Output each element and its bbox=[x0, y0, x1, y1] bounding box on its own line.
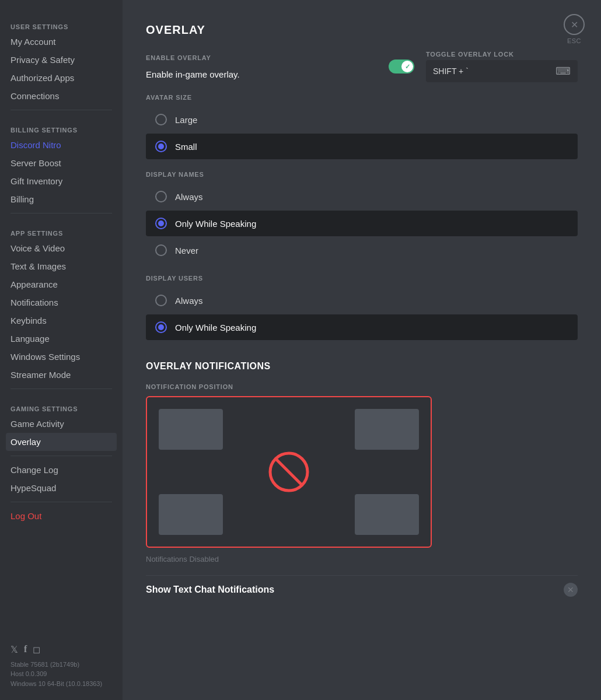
main-content: ✕ ESC OVERLAY ENABLE OVERLAY Enable in-g… bbox=[123, 0, 601, 700]
page-title: OVERLAY bbox=[146, 23, 578, 37]
toggle-lock-section: TOGGLE OVERLAY LOCK SHIFT + ` ⌨ bbox=[426, 51, 578, 82]
notif-corner-bottom-right[interactable] bbox=[355, 494, 419, 535]
display-users-options: Always Only While Speaking bbox=[146, 288, 578, 340]
sidebar-item-text-images[interactable]: Text & Images bbox=[6, 257, 117, 275]
enable-overlay-row: ENABLE OVERLAY Enable in-game overlay. T… bbox=[146, 51, 578, 82]
sidebar-section-gaming-settings: GAMING SETTINGS Game Activity Overlay bbox=[6, 394, 117, 451]
sidebar-section-user-settings: USER SETTINGS My Account Privacy & Safet… bbox=[6, 12, 117, 105]
overlay-notifications-title: OVERLAY NOTIFICATIONS bbox=[146, 361, 578, 372]
notif-corner-bottom-left[interactable] bbox=[159, 494, 223, 535]
sidebar-item-notifications[interactable]: Notifications bbox=[6, 293, 117, 312]
sidebar-item-appearance[interactable]: Appearance bbox=[6, 275, 117, 293]
avatar-size-small[interactable]: Small bbox=[146, 134, 578, 159]
show-text-chat-row: Show Text Chat Notifications ✕ bbox=[146, 575, 578, 604]
facebook-icon[interactable]: f bbox=[24, 644, 27, 655]
sidebar-divider-4 bbox=[11, 456, 112, 456]
toggle-lock-input[interactable]: SHIFT + ` ⌨ bbox=[426, 60, 578, 82]
sidebar-item-windows-settings[interactable]: Windows Settings bbox=[6, 348, 117, 366]
avatar-size-large-label: Large bbox=[175, 115, 197, 125]
display-names-speaking[interactable]: Only While Speaking bbox=[146, 211, 578, 236]
display-users-always-label: Always bbox=[175, 296, 203, 306]
twitter-icon[interactable]: 𝕏 bbox=[11, 644, 18, 655]
display-names-always-radio bbox=[155, 191, 167, 202]
sidebar-section-billing-settings: BILLING SETTINGS Discord Nitro Server Bo… bbox=[6, 115, 117, 208]
show-text-chat-dismiss[interactable]: ✕ bbox=[564, 583, 578, 597]
display-users-always[interactable]: Always bbox=[146, 288, 578, 313]
notifications-disabled-text: Notifications Disabled bbox=[146, 555, 578, 564]
avatar-size-section-label: AVATAR SIZE bbox=[146, 94, 578, 101]
notification-position-label: NOTIFICATION POSITION bbox=[146, 383, 578, 390]
display-names-speaking-label: Only While Speaking bbox=[175, 219, 256, 229]
sidebar-item-gift-inventory[interactable]: Gift Inventory bbox=[6, 172, 117, 190]
sidebar-item-streamer-mode[interactable]: Streamer Mode bbox=[6, 366, 117, 384]
keyboard-icon: ⌨ bbox=[555, 65, 571, 78]
esc-circle[interactable]: ✕ bbox=[564, 14, 585, 35]
avatar-size-large-radio bbox=[155, 114, 167, 125]
display-names-section: DISPLAY NAMES Always Only While Speaking… bbox=[146, 171, 578, 263]
sidebar-divider-3 bbox=[11, 388, 112, 389]
sidebar-section-label-app-settings: APP SETTINGS bbox=[6, 224, 117, 239]
display-users-always-radio bbox=[155, 295, 167, 306]
enable-overlay-label: Enable in-game overlay. bbox=[146, 69, 240, 79]
enable-overlay-section-label: ENABLE OVERLAY bbox=[146, 54, 240, 61]
sidebar-item-connections[interactable]: Connections bbox=[6, 87, 117, 105]
toggle-lock-label: TOGGLE OVERLAY LOCK bbox=[426, 51, 578, 58]
show-text-chat-label: Show Text Chat Notifications bbox=[146, 584, 274, 595]
close-icon: ✕ bbox=[571, 19, 578, 30]
notifications-disabled-icon bbox=[268, 452, 309, 492]
display-users-section-label: DISPLAY USERS bbox=[146, 275, 578, 282]
sidebar-section-label-gaming-settings: GAMING SETTINGS bbox=[6, 400, 117, 415]
sidebar-item-discord-nitro[interactable]: Discord Nitro bbox=[6, 136, 117, 154]
notif-corner-top-right[interactable] bbox=[355, 409, 419, 450]
display-users-speaking-radio bbox=[155, 321, 167, 333]
display-names-speaking-radio bbox=[155, 218, 167, 229]
avatar-size-small-label: Small bbox=[175, 142, 197, 152]
avatar-size-options: Large Small bbox=[146, 107, 578, 159]
sidebar-item-language[interactable]: Language bbox=[6, 330, 117, 348]
display-users-speaking-label: Only While Speaking bbox=[175, 323, 256, 332]
display-names-options: Always Only While Speaking Never bbox=[146, 184, 578, 263]
toggle-lock-value: SHIFT + ` bbox=[433, 66, 469, 76]
sidebar-item-change-log[interactable]: Change Log bbox=[6, 461, 117, 479]
display-names-never[interactable]: Never bbox=[146, 237, 578, 263]
sidebar-item-hypesquad[interactable]: HypeSquad bbox=[6, 479, 117, 497]
sidebar-divider-5 bbox=[11, 502, 112, 502]
sidebar-item-billing[interactable]: Billing bbox=[6, 190, 117, 208]
instagram-icon[interactable]: ◻ bbox=[33, 644, 40, 655]
sidebar-item-authorized-apps[interactable]: Authorized Apps bbox=[6, 69, 117, 87]
notification-position-container[interactable] bbox=[146, 396, 432, 548]
sidebar-item-my-account[interactable]: My Account bbox=[6, 33, 117, 51]
overlay-notifications-section: OVERLAY NOTIFICATIONS NOTIFICATION POSIT… bbox=[146, 361, 578, 604]
display-users-speaking[interactable]: Only While Speaking bbox=[146, 314, 578, 340]
display-names-always-label: Always bbox=[175, 192, 203, 202]
sidebar-section-label-user-settings: USER SETTINGS bbox=[6, 18, 117, 33]
sidebar-footer: 𝕏 f ◻ Stable 75681 (2b1749b) Host 0.0.30… bbox=[6, 638, 117, 689]
sidebar-item-overlay[interactable]: Overlay bbox=[6, 433, 117, 451]
enable-overlay-right: TOGGLE OVERLAY LOCK SHIFT + ` ⌨ bbox=[389, 51, 578, 82]
esc-button[interactable]: ✕ ESC bbox=[564, 14, 585, 44]
sidebar-item-voice-video[interactable]: Voice & Video bbox=[6, 239, 117, 257]
notif-corner-top-left[interactable] bbox=[159, 409, 223, 450]
sidebar-item-game-activity[interactable]: Game Activity bbox=[6, 415, 117, 433]
sidebar-item-logout[interactable]: Log Out bbox=[6, 507, 117, 525]
display-names-never-radio bbox=[155, 244, 167, 256]
sidebar-item-privacy-safety[interactable]: Privacy & Safety bbox=[6, 51, 117, 69]
sidebar-social-links: 𝕏 f ◻ bbox=[11, 644, 112, 655]
display-names-section-label: DISPLAY NAMES bbox=[146, 171, 578, 178]
sidebar-version: Stable 75681 (2b1749b) Host 0.0.309 Wind… bbox=[11, 660, 112, 689]
sidebar-divider-2 bbox=[11, 213, 112, 214]
display-users-section: DISPLAY USERS Always Only While Speaking bbox=[146, 275, 578, 340]
sidebar-section-label-billing-settings: BILLING SETTINGS bbox=[6, 121, 117, 136]
sidebar-item-keybinds[interactable]: Keybinds bbox=[6, 312, 117, 330]
sidebar-item-server-boost[interactable]: Server Boost bbox=[6, 154, 117, 172]
svg-line-1 bbox=[276, 459, 302, 485]
sidebar-divider-1 bbox=[11, 110, 112, 110]
esc-label: ESC bbox=[567, 37, 581, 44]
display-names-never-label: Never bbox=[175, 246, 198, 256]
avatar-size-large[interactable]: Large bbox=[146, 107, 578, 132]
display-names-always[interactable]: Always bbox=[146, 184, 578, 209]
enable-overlay-toggle[interactable] bbox=[389, 60, 414, 74]
enable-overlay-left: ENABLE OVERLAY Enable in-game overlay. bbox=[146, 54, 240, 79]
dismiss-icon: ✕ bbox=[567, 585, 574, 594]
sidebar: USER SETTINGS My Account Privacy & Safet… bbox=[0, 0, 123, 700]
